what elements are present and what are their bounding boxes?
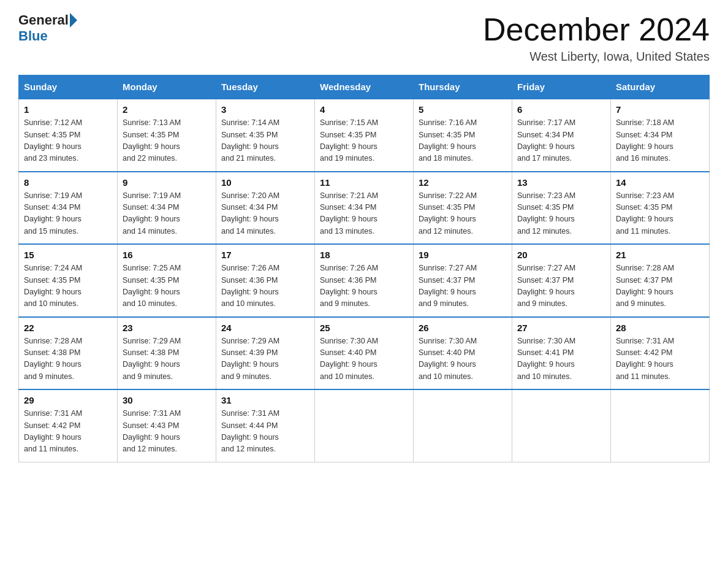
day-info: Sunrise: 7:20 AMSunset: 4:34 PMDaylight:… bbox=[221, 190, 309, 238]
day-info: Sunrise: 7:29 AMSunset: 4:38 PMDaylight:… bbox=[123, 335, 211, 383]
day-info: Sunrise: 7:22 AMSunset: 4:35 PMDaylight:… bbox=[419, 190, 507, 238]
table-row bbox=[414, 389, 512, 462]
table-row: 5 Sunrise: 7:16 AMSunset: 4:35 PMDayligh… bbox=[414, 99, 512, 172]
table-row: 15 Sunrise: 7:24 AMSunset: 4:35 PMDaylig… bbox=[19, 244, 118, 317]
day-number: 22 bbox=[24, 323, 112, 333]
table-row: 9 Sunrise: 7:19 AMSunset: 4:34 PMDayligh… bbox=[118, 172, 216, 245]
day-number: 17 bbox=[221, 250, 309, 260]
logo-triangle-icon bbox=[70, 13, 77, 28]
table-row: 31 Sunrise: 7:31 AMSunset: 4:44 PMDaylig… bbox=[216, 389, 315, 462]
day-number: 18 bbox=[320, 250, 408, 260]
calendar-week-row: 8 Sunrise: 7:19 AMSunset: 4:34 PMDayligh… bbox=[19, 172, 710, 245]
day-number: 1 bbox=[24, 104, 112, 115]
table-row: 10 Sunrise: 7:20 AMSunset: 4:34 PMDaylig… bbox=[216, 172, 315, 245]
day-number: 12 bbox=[419, 177, 507, 188]
day-number: 25 bbox=[320, 323, 408, 333]
day-number: 13 bbox=[517, 177, 605, 188]
day-info: Sunrise: 7:13 AMSunset: 4:35 PMDaylight:… bbox=[123, 117, 211, 165]
header-thursday: Thursday bbox=[414, 75, 512, 99]
day-number: 28 bbox=[616, 323, 704, 333]
day-number: 10 bbox=[221, 177, 309, 188]
day-number: 2 bbox=[123, 104, 211, 115]
day-number: 4 bbox=[320, 104, 408, 115]
day-info: Sunrise: 7:28 AMSunset: 4:38 PMDaylight:… bbox=[24, 335, 112, 383]
day-info: Sunrise: 7:21 AMSunset: 4:34 PMDaylight:… bbox=[320, 190, 408, 238]
day-info: Sunrise: 7:31 AMSunset: 4:42 PMDaylight:… bbox=[616, 335, 704, 383]
day-info: Sunrise: 7:17 AMSunset: 4:34 PMDaylight:… bbox=[517, 117, 605, 165]
day-info: Sunrise: 7:25 AMSunset: 4:35 PMDaylight:… bbox=[123, 262, 211, 310]
day-number: 14 bbox=[616, 177, 704, 188]
day-info: Sunrise: 7:29 AMSunset: 4:39 PMDaylight:… bbox=[221, 335, 309, 383]
day-info: Sunrise: 7:18 AMSunset: 4:34 PMDaylight:… bbox=[616, 117, 704, 165]
logo-area: General Blue bbox=[18, 12, 78, 44]
day-info: Sunrise: 7:24 AMSunset: 4:35 PMDaylight:… bbox=[24, 262, 112, 310]
header-saturday: Saturday bbox=[611, 75, 710, 99]
table-row: 2 Sunrise: 7:13 AMSunset: 4:35 PMDayligh… bbox=[118, 99, 216, 172]
day-number: 21 bbox=[616, 250, 704, 260]
table-row: 25 Sunrise: 7:30 AMSunset: 4:40 PMDaylig… bbox=[315, 317, 414, 390]
table-row: 21 Sunrise: 7:28 AMSunset: 4:37 PMDaylig… bbox=[611, 244, 710, 317]
table-row: 27 Sunrise: 7:30 AMSunset: 4:41 PMDaylig… bbox=[512, 317, 611, 390]
day-number: 5 bbox=[419, 104, 507, 115]
day-number: 16 bbox=[123, 250, 211, 260]
day-info: Sunrise: 7:30 AMSunset: 4:40 PMDaylight:… bbox=[419, 335, 507, 383]
table-row: 8 Sunrise: 7:19 AMSunset: 4:34 PMDayligh… bbox=[19, 172, 118, 245]
weekday-header-row: Sunday Monday Tuesday Wednesday Thursday… bbox=[19, 75, 710, 99]
table-row bbox=[512, 389, 611, 462]
table-row: 6 Sunrise: 7:17 AMSunset: 4:34 PMDayligh… bbox=[512, 99, 611, 172]
day-info: Sunrise: 7:27 AMSunset: 4:37 PMDaylight:… bbox=[419, 262, 507, 310]
day-info: Sunrise: 7:30 AMSunset: 4:40 PMDaylight:… bbox=[320, 335, 408, 383]
day-info: Sunrise: 7:28 AMSunset: 4:37 PMDaylight:… bbox=[616, 262, 704, 310]
table-row: 24 Sunrise: 7:29 AMSunset: 4:39 PMDaylig… bbox=[216, 317, 315, 390]
table-row: 19 Sunrise: 7:27 AMSunset: 4:37 PMDaylig… bbox=[414, 244, 512, 317]
day-number: 6 bbox=[517, 104, 605, 115]
day-info: Sunrise: 7:26 AMSunset: 4:36 PMDaylight:… bbox=[320, 262, 408, 310]
calendar-subtitle: West Liberty, Iowa, United States bbox=[483, 50, 710, 64]
table-row bbox=[315, 389, 414, 462]
day-number: 30 bbox=[123, 395, 211, 405]
table-row: 22 Sunrise: 7:28 AMSunset: 4:38 PMDaylig… bbox=[19, 317, 118, 390]
day-info: Sunrise: 7:31 AMSunset: 4:43 PMDaylight:… bbox=[123, 408, 211, 456]
day-number: 27 bbox=[517, 323, 605, 333]
header-tuesday: Tuesday bbox=[216, 75, 315, 99]
table-row: 3 Sunrise: 7:14 AMSunset: 4:35 PMDayligh… bbox=[216, 99, 315, 172]
calendar-week-row: 29 Sunrise: 7:31 AMSunset: 4:42 PMDaylig… bbox=[19, 389, 710, 462]
day-number: 29 bbox=[24, 395, 112, 405]
day-info: Sunrise: 7:26 AMSunset: 4:36 PMDaylight:… bbox=[221, 262, 309, 310]
table-row: 4 Sunrise: 7:15 AMSunset: 4:35 PMDayligh… bbox=[315, 99, 414, 172]
table-row: 1 Sunrise: 7:12 AMSunset: 4:35 PMDayligh… bbox=[19, 99, 118, 172]
day-number: 15 bbox=[24, 250, 112, 260]
table-row: 11 Sunrise: 7:21 AMSunset: 4:34 PMDaylig… bbox=[315, 172, 414, 245]
header-sunday: Sunday bbox=[19, 75, 118, 99]
header-wednesday: Wednesday bbox=[315, 75, 414, 99]
table-row bbox=[611, 389, 710, 462]
table-row: 20 Sunrise: 7:27 AMSunset: 4:37 PMDaylig… bbox=[512, 244, 611, 317]
table-row: 29 Sunrise: 7:31 AMSunset: 4:42 PMDaylig… bbox=[19, 389, 118, 462]
day-info: Sunrise: 7:16 AMSunset: 4:35 PMDaylight:… bbox=[419, 117, 507, 165]
day-info: Sunrise: 7:23 AMSunset: 4:35 PMDaylight:… bbox=[517, 190, 605, 238]
table-row: 17 Sunrise: 7:26 AMSunset: 4:36 PMDaylig… bbox=[216, 244, 315, 317]
day-info: Sunrise: 7:15 AMSunset: 4:35 PMDaylight:… bbox=[320, 117, 408, 165]
day-number: 26 bbox=[419, 323, 507, 333]
logo-blue-text: Blue bbox=[18, 28, 48, 44]
header-friday: Friday bbox=[512, 75, 611, 99]
calendar-table: Sunday Monday Tuesday Wednesday Thursday… bbox=[18, 75, 710, 462]
day-info: Sunrise: 7:30 AMSunset: 4:41 PMDaylight:… bbox=[517, 335, 605, 383]
title-area: December 2024 West Liberty, Iowa, United… bbox=[483, 12, 710, 64]
day-info: Sunrise: 7:31 AMSunset: 4:44 PMDaylight:… bbox=[221, 408, 309, 456]
table-row: 13 Sunrise: 7:23 AMSunset: 4:35 PMDaylig… bbox=[512, 172, 611, 245]
table-row: 23 Sunrise: 7:29 AMSunset: 4:38 PMDaylig… bbox=[118, 317, 216, 390]
logo-general-text: General bbox=[18, 12, 69, 28]
day-number: 8 bbox=[24, 177, 112, 188]
day-info: Sunrise: 7:14 AMSunset: 4:35 PMDaylight:… bbox=[221, 117, 309, 165]
calendar-title: December 2024 bbox=[483, 12, 710, 47]
day-info: Sunrise: 7:27 AMSunset: 4:37 PMDaylight:… bbox=[517, 262, 605, 310]
table-row: 28 Sunrise: 7:31 AMSunset: 4:42 PMDaylig… bbox=[611, 317, 710, 390]
day-info: Sunrise: 7:31 AMSunset: 4:42 PMDaylight:… bbox=[24, 408, 112, 456]
table-row: 14 Sunrise: 7:23 AMSunset: 4:35 PMDaylig… bbox=[611, 172, 710, 245]
calendar-week-row: 22 Sunrise: 7:28 AMSunset: 4:38 PMDaylig… bbox=[19, 317, 710, 390]
day-number: 24 bbox=[221, 323, 309, 333]
day-number: 31 bbox=[221, 395, 309, 405]
day-number: 19 bbox=[419, 250, 507, 260]
day-info: Sunrise: 7:12 AMSunset: 4:35 PMDaylight:… bbox=[24, 117, 112, 165]
